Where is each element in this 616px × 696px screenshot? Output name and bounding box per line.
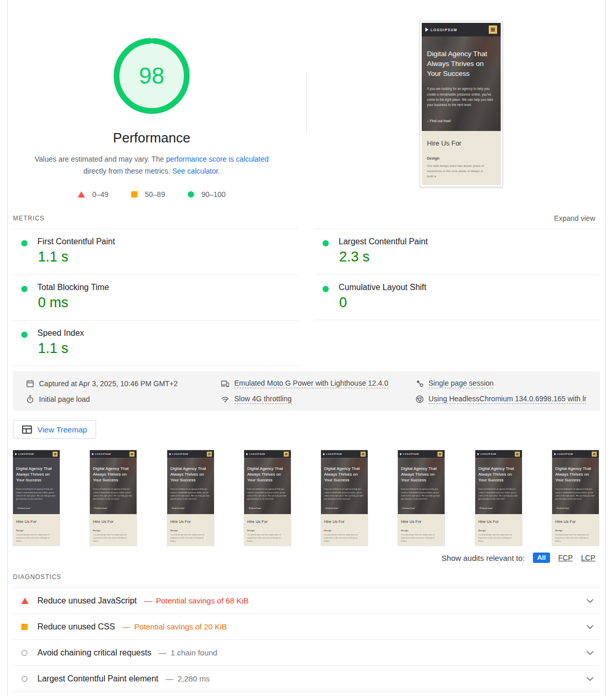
average-square-icon: [131, 191, 138, 198]
thumb-hero-section: Digital Agency That Always Thrives on Yo…: [398, 458, 445, 514]
thumb-site-logo-text: LOGOIPSUM: [18, 453, 34, 455]
thumb-paragraph: If you are looking for an agency to help…: [478, 488, 519, 501]
filter-lcp-link[interactable]: LCP: [581, 554, 595, 562]
diagnostic-separator: —: [158, 648, 166, 657]
session-type[interactable]: Single page session: [416, 378, 600, 389]
thumb-body-text: Our web design team has ample years of e…: [247, 533, 282, 543]
browser-version-text: Using HeadlessChromium 134.0.6998.165 wi…: [428, 395, 586, 404]
metric-first-contentful-paint: First Contentful Paint 1.1 s: [13, 229, 299, 274]
average-square-icon: [21, 624, 28, 630]
chevron-down-icon[interactable]: [586, 651, 594, 655]
logoipsum-logo-icon: [323, 453, 325, 455]
thumb-subheading: Design: [401, 529, 441, 532]
chevron-down-icon[interactable]: [586, 625, 594, 629]
logoipsum-logo-icon: [15, 453, 17, 455]
throttling-text: Slow 4G throttling: [234, 395, 292, 404]
thumb-site-header: LOGOIPSUM: [244, 450, 291, 458]
thumb-site-header: LOGOIPSUM: [422, 23, 501, 36]
thumb-subheading: Design: [427, 156, 496, 161]
pass-circle-icon: [21, 332, 28, 338]
see-calculator-link[interactable]: See calculator: [172, 167, 218, 175]
thumb-section-title: Hire Us For: [555, 514, 596, 523]
device-emulation-icon: [221, 379, 230, 388]
thumb-paragraph: If you are looking for an agency to help…: [247, 488, 288, 501]
browser-version[interactable]: Using HeadlessChromium 134.0.6998.165 wi…: [416, 393, 600, 405]
thumb-paragraph: If you are looking for an agency to help…: [555, 488, 596, 501]
metrics-grid: First Contentful Paint 1.1 s Largest Con…: [13, 229, 600, 366]
diagnostic-largest-contentful-paint-element[interactable]: Largest Contentful Paint element — 2,280…: [13, 665, 600, 691]
page-screenshot: LOGOIPSUM Digital Agency That Always Thr…: [475, 450, 522, 546]
thumb-paragraph: If you are looking for an agency to help…: [170, 488, 210, 501]
score-description: Values are estimated and may vary. The p…: [27, 153, 276, 177]
thumb-section-title: Hire Us For: [93, 514, 133, 523]
thumb-cta: ↓ Find out how!: [170, 507, 210, 509]
diagnostic-title: Avoid chaining critical requests: [37, 648, 151, 658]
logoipsum-logo-icon: [554, 453, 556, 455]
legend-label-average: 50–89: [145, 190, 165, 199]
calendar-icon: [26, 379, 34, 388]
report-right-border: [605, 0, 606, 696]
filter-fcp-link[interactable]: FCP: [558, 554, 573, 562]
chromium-icon: [416, 395, 424, 403]
initial-page-load-text: Initial page load: [39, 395, 90, 403]
thumb-section-title: Hire Us For: [247, 514, 288, 523]
lighthouse-performance-report: 98 Performance Values are estimated and …: [0, 0, 616, 696]
diagnostic-reduce-unused-javascript[interactable]: Reduce unused JavaScript — Potential sav…: [13, 587, 600, 613]
chevron-down-icon[interactable]: [586, 599, 594, 603]
thumb-body-section: Hire Us For Design Our web design team h…: [422, 131, 501, 179]
diagnostic-reduce-unused-css[interactable]: Reduce unused CSS — Potential savings of…: [13, 613, 600, 639]
metric-name: Largest Contentful Paint: [314, 229, 600, 246]
hamburger-menu-icon: [284, 452, 288, 456]
logoipsum-logo-icon: [425, 28, 428, 32]
metric-cumulative-layout-shift: Cumulative Layout Shift 0: [314, 274, 600, 320]
emulated-device-text: Emulated Moto G Power with Lighthouse 12…: [234, 379, 389, 388]
thumb-site-logo-text: LOGOIPSUM: [431, 28, 457, 32]
thumb-site-header: LOGOIPSUM: [398, 450, 445, 458]
performance-score-gauge[interactable]: 98: [114, 38, 190, 114]
emulated-device[interactable]: Emulated Moto G Power with Lighthouse 12…: [221, 378, 416, 389]
thumb-section-title: Hire Us For: [478, 514, 519, 523]
chevron-down-icon[interactable]: [586, 677, 594, 681]
hamburger-menu-icon: [130, 452, 135, 456]
thumb-headline: Digital Agency That Always Thrives on Yo…: [324, 458, 361, 483]
metric-speed-index: Speed Index 1.1 s: [13, 320, 299, 366]
captured-at: Captured at Apr 3, 2025, 10:46 PM GMT+2: [26, 378, 221, 389]
thumb-paragraph: If you are looking for an agency to help…: [93, 488, 133, 501]
thumb-body-text: Our web design team has ample years of e…: [427, 164, 485, 179]
info-circle-icon: [21, 676, 28, 682]
score-legend: 0–49 50–89 90–100: [78, 190, 226, 199]
thumb-headline: Digital Agency That Always Thrives on Yo…: [401, 458, 438, 483]
page-screenshot: LOGOIPSUM Digital Agency That Always Thr…: [90, 450, 137, 546]
session-type-text: Single page session: [428, 379, 493, 388]
thumb-body-section: Hire Us For Design Our web design team h…: [13, 514, 60, 543]
thumb-cta: ↓ Find out how!: [478, 507, 519, 509]
thumb-site-logo-text: LOGOIPSUM: [172, 453, 188, 455]
thumb-headline: Digital Agency That Always Thrives on Yo…: [555, 458, 593, 483]
view-treemap-button[interactable]: View Treemap: [13, 420, 96, 439]
expand-view-button[interactable]: Expand view: [554, 214, 595, 222]
performance-score-value: 98: [114, 38, 190, 114]
thumb-section-title: Hire Us For: [427, 131, 496, 147]
throttling[interactable]: Slow 4G throttling: [221, 393, 416, 405]
hamburger-menu-icon: [592, 452, 596, 456]
thumb-site-logo-text: LOGOIPSUM: [557, 453, 573, 455]
filmstrip: LOGOIPSUM Digital Agency That Always Thr…: [13, 450, 599, 546]
thumb-body-section: Hire Us For Design Our web design team h…: [552, 514, 599, 543]
metric-name: Cumulative Layout Shift: [314, 275, 600, 292]
diagnostic-separator: —: [144, 596, 152, 605]
metric-name: Speed Index: [13, 321, 299, 338]
thumb-site-header: LOGOIPSUM: [475, 450, 522, 458]
diagnostic-detail: 1 chain found: [170, 648, 217, 657]
thumb-site-logo-text: LOGOIPSUM: [95, 453, 111, 455]
thumb-headline: Digital Agency That Always Thrives on Yo…: [478, 458, 516, 483]
diagnostic-detail: Potential savings of 20 KiB: [134, 622, 226, 631]
thumb-site-header: LOGOIPSUM: [167, 450, 214, 458]
hamburger-menu-icon: [360, 452, 365, 456]
diagnostic-detail: Potential savings of 68 KiB: [156, 596, 248, 605]
thumb-hero-section: Digital Agency That Always Thrives on Yo…: [422, 36, 501, 131]
fail-triangle-icon: [78, 191, 85, 198]
diagnostic-title: Largest Contentful Paint element: [37, 674, 158, 684]
filter-all-chip[interactable]: All: [533, 553, 550, 563]
score-calc-link[interactable]: performance score is calculated: [166, 155, 269, 163]
diagnostic-avoid-chaining-critical-requests[interactable]: Avoid chaining critical requests — 1 cha…: [13, 639, 600, 665]
